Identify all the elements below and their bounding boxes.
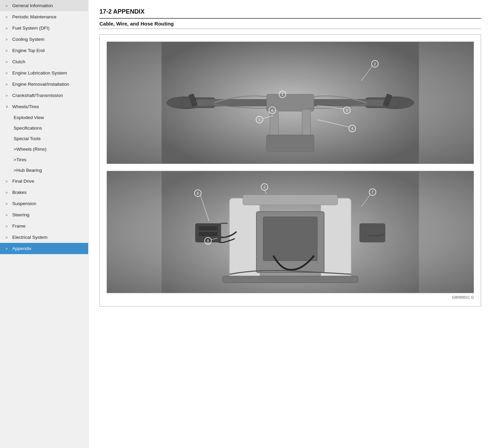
sidebar-item-cooling-system[interactable]: >Cooling System bbox=[0, 34, 88, 45]
sidebar: >General Information>Periodic Maintenanc… bbox=[0, 0, 89, 448]
sidebar-item-engine-lubrication[interactable]: >Engine Lubrication System bbox=[0, 67, 88, 79]
sidebar-item-exploded-view[interactable]: Exploded View bbox=[0, 112, 88, 123]
svg-rect-39 bbox=[360, 223, 385, 242]
sidebar-item-label: Suspension bbox=[12, 201, 36, 206]
chevron-icon: > bbox=[5, 247, 11, 251]
sidebar-item-engine-removal[interactable]: >Engine Removal/Installation bbox=[0, 79, 88, 90]
svg-text:8: 8 bbox=[207, 239, 209, 243]
svg-text:3: 3 bbox=[346, 108, 348, 112]
page-header: 17-2 APPENDIX bbox=[99, 8, 481, 19]
svg-text:5: 5 bbox=[258, 118, 260, 122]
chevron-icon: > bbox=[5, 60, 11, 64]
chevron-icon: > bbox=[14, 168, 16, 173]
sidebar-item-label: Engine Top End bbox=[12, 48, 45, 53]
svg-text:2: 2 bbox=[374, 62, 376, 66]
sidebar-item-tires[interactable]: >Tires bbox=[0, 154, 88, 165]
sidebar-item-appendix[interactable]: >Appendix bbox=[0, 243, 88, 254]
svg-text:1: 1 bbox=[282, 92, 284, 96]
chevron-icon: > bbox=[5, 213, 11, 217]
chevron-icon: > bbox=[14, 147, 16, 152]
sidebar-item-general-information[interactable]: >General Information bbox=[0, 0, 88, 11]
section-title: Cable, Wire, and Hose Routing bbox=[99, 21, 481, 29]
chevron-icon: > bbox=[5, 179, 11, 183]
sidebar-item-wheels-rims[interactable]: >Wheels (Rims) bbox=[0, 144, 88, 154]
sidebar-item-label: Brakes bbox=[12, 190, 27, 195]
svg-rect-33 bbox=[263, 217, 317, 261]
sidebar-item-label: Final Drive bbox=[12, 179, 34, 184]
svg-text:4: 4 bbox=[351, 127, 353, 131]
chevron-icon: > bbox=[5, 82, 11, 86]
chevron-icon: > bbox=[5, 224, 11, 228]
chevron-icon: ∨ bbox=[5, 104, 11, 109]
svg-rect-38 bbox=[199, 232, 218, 236]
sidebar-item-label: Electrical System bbox=[12, 235, 48, 240]
sidebar-item-label: Clutch bbox=[12, 59, 25, 64]
diagram-container: 1 2 3 4 5 bbox=[107, 42, 474, 293]
sidebar-item-periodic-maintenance[interactable]: >Periodic Maintenance bbox=[0, 11, 88, 22]
svg-text:6: 6 bbox=[271, 108, 273, 112]
sidebar-item-suspension[interactable]: >Suspension bbox=[0, 198, 88, 209]
sidebar-item-engine-top-end[interactable]: >Engine Top End bbox=[0, 45, 88, 56]
sidebar-item-label: Exploded View bbox=[14, 115, 44, 120]
sidebar-item-label: Engine Removal/Installation bbox=[12, 82, 69, 87]
sidebar-item-steering[interactable]: >Steering bbox=[0, 209, 88, 220]
sidebar-item-special-tools[interactable]: Special Tools bbox=[0, 133, 88, 144]
sidebar-item-wheels-tires[interactable]: ∨Wheels/Tires bbox=[0, 101, 88, 112]
sidebar-item-label: Cooling System bbox=[12, 37, 45, 42]
svg-rect-31 bbox=[321, 198, 351, 280]
sidebar-item-label: Wheels (Rims) bbox=[16, 147, 47, 152]
sidebar-item-specifications[interactable]: Specifications bbox=[0, 123, 88, 133]
diagram-upper: 1 2 3 4 5 bbox=[107, 42, 474, 164]
sidebar-item-clutch[interactable]: >Clutch bbox=[0, 56, 88, 67]
sidebar-item-label: Wheels/Tires bbox=[12, 104, 39, 109]
chevron-icon: > bbox=[5, 15, 11, 19]
sidebar-item-label: Periodic Maintenance bbox=[12, 14, 57, 19]
sidebar-item-label: Frame bbox=[12, 223, 26, 229]
sidebar-item-label: Specifications bbox=[14, 126, 42, 131]
sidebar-item-brakes[interactable]: >Brakes bbox=[0, 187, 88, 198]
chevron-icon: > bbox=[5, 202, 11, 206]
svg-rect-7 bbox=[267, 94, 314, 111]
chevron-icon: > bbox=[5, 94, 11, 98]
svg-rect-34 bbox=[243, 195, 337, 205]
sidebar-item-label: Appendix bbox=[12, 246, 31, 251]
svg-rect-37 bbox=[199, 226, 218, 230]
chevron-icon: > bbox=[5, 190, 11, 195]
sidebar-item-hub-bearing[interactable]: >Hub Bearing bbox=[0, 165, 88, 176]
chevron-icon: > bbox=[5, 49, 11, 53]
image-caption: G809981C G bbox=[107, 295, 474, 299]
sidebar-item-label: Steering bbox=[12, 212, 29, 217]
chevron-icon: > bbox=[5, 4, 11, 8]
svg-rect-35 bbox=[223, 276, 358, 283]
sidebar-item-final-drive[interactable]: >Final Drive bbox=[0, 176, 88, 187]
diagram-lower-svg: 6 2 7 8 bbox=[107, 171, 474, 293]
sidebar-item-label: Fuel System (DFI) bbox=[12, 26, 50, 31]
chevron-icon: > bbox=[5, 37, 11, 42]
sidebar-item-label: Tires bbox=[16, 157, 27, 162]
svg-rect-9 bbox=[302, 110, 311, 137]
sidebar-item-fuel-system[interactable]: >Fuel System (DFI) bbox=[0, 22, 88, 34]
chevron-icon: > bbox=[14, 157, 16, 162]
chevron-icon: > bbox=[5, 71, 11, 75]
chevron-icon: > bbox=[5, 26, 11, 30]
svg-rect-12 bbox=[267, 135, 314, 152]
svg-text:7: 7 bbox=[371, 190, 374, 194]
sidebar-item-label: Crankshaft/Transmission bbox=[12, 93, 63, 98]
content-frame: 1 2 3 4 5 bbox=[99, 34, 481, 306]
sidebar-item-label: Engine Lubrication System bbox=[12, 70, 67, 76]
chevron-icon: > bbox=[5, 235, 11, 239]
sidebar-item-frame[interactable]: >Frame bbox=[0, 220, 88, 232]
svg-text:6: 6 bbox=[197, 191, 199, 195]
sidebar-item-crankshaft[interactable]: >Crankshaft/Transmission bbox=[0, 90, 88, 101]
sidebar-item-label: Special Tools bbox=[14, 136, 41, 141]
diagram-upper-svg: 1 2 3 4 5 bbox=[107, 42, 474, 164]
sidebar-item-electrical-system[interactable]: >Electrical System bbox=[0, 232, 88, 243]
sidebar-item-label: Hub Bearing bbox=[16, 168, 42, 173]
page-number: 17-2 APPENDIX bbox=[99, 8, 144, 15]
sidebar-item-label: General Information bbox=[12, 3, 53, 8]
diagram-lower: 6 2 7 8 bbox=[107, 171, 474, 293]
svg-text:2: 2 bbox=[264, 185, 266, 189]
main-content: 17-2 APPENDIX Cable, Wire, and Hose Rout… bbox=[89, 0, 492, 448]
